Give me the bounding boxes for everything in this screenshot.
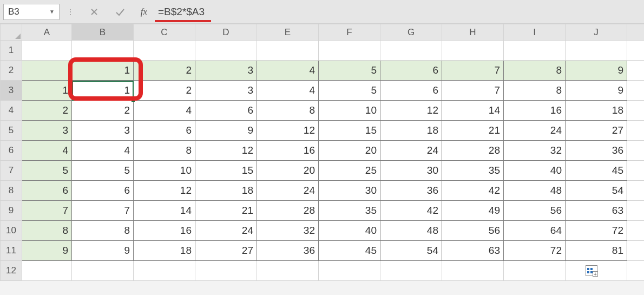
cell-D9[interactable]: 21 [195, 201, 257, 221]
cell-I7[interactable]: 40 [504, 161, 566, 181]
cell-D6[interactable]: 12 [195, 141, 257, 161]
cancel-button[interactable] [81, 4, 107, 20]
cell-J10[interactable]: 72 [566, 221, 627, 241]
cell-H12[interactable] [442, 261, 504, 281]
row-header-10[interactable]: 10 [1, 221, 22, 241]
cell-C2[interactable]: 2 [134, 61, 195, 81]
cell-B2[interactable]: 1 [72, 61, 134, 81]
cell-K1[interactable] [627, 41, 645, 61]
cell-C12[interactable] [134, 261, 195, 281]
cell-C9[interactable]: 14 [134, 201, 195, 221]
cell-J4[interactable]: 18 [566, 101, 627, 121]
cell-J8[interactable]: 54 [566, 181, 627, 201]
cell-K4[interactable] [627, 101, 645, 121]
cell-G9[interactable]: 42 [380, 201, 442, 221]
cell-A4[interactable]: 2 [22, 101, 72, 121]
cell-F10[interactable]: 40 [319, 221, 380, 241]
cell-B1[interactable] [72, 41, 134, 61]
cell-H8[interactable]: 42 [442, 181, 504, 201]
cell-J5[interactable]: 27 [566, 121, 627, 141]
cell-F7[interactable]: 25 [319, 161, 380, 181]
cell-D7[interactable]: 15 [195, 161, 257, 181]
cell-A9[interactable]: 7 [22, 201, 72, 221]
cell-I2[interactable]: 8 [504, 61, 566, 81]
cell-H11[interactable]: 63 [442, 241, 504, 261]
cell-H2[interactable]: 7 [442, 61, 504, 81]
cell-K9[interactable] [627, 201, 645, 221]
row-header-6[interactable]: 6 [1, 141, 22, 161]
col-header-A[interactable]: A [22, 24, 72, 41]
cell-K3[interactable] [627, 81, 645, 101]
cell-E8[interactable]: 24 [257, 181, 319, 201]
cell-B11[interactable]: 9 [72, 241, 134, 261]
cell-A3[interactable]: 1 [22, 81, 72, 101]
cell-E5[interactable]: 12 [257, 121, 319, 141]
cell-H7[interactable]: 35 [442, 161, 504, 181]
cell-B12[interactable] [72, 261, 134, 281]
row-header-4[interactable]: 4 [1, 101, 22, 121]
col-header-G[interactable]: G [380, 24, 442, 41]
row-header-3[interactable]: 3 [1, 81, 22, 101]
cell-J6[interactable]: 36 [566, 141, 627, 161]
cell-B10[interactable]: 8 [72, 221, 134, 241]
cell-C3[interactable]: 2 [134, 81, 195, 101]
cell-D1[interactable] [195, 41, 257, 61]
cell-I1[interactable] [504, 41, 566, 61]
cell-A12[interactable] [22, 261, 72, 281]
cell-F2[interactable]: 5 [319, 61, 380, 81]
cell-G6[interactable]: 24 [380, 141, 442, 161]
cell-E11[interactable]: 36 [257, 241, 319, 261]
row-header-2[interactable]: 2 [1, 61, 22, 81]
cell-K10[interactable] [627, 221, 645, 241]
cell-H4[interactable]: 14 [442, 101, 504, 121]
col-header-J[interactable]: J [566, 24, 627, 41]
cell-J3[interactable]: 9 [566, 81, 627, 101]
cell-B3[interactable]: 1 [72, 81, 134, 101]
cell-J11[interactable]: 81 [566, 241, 627, 261]
cell-D8[interactable]: 18 [195, 181, 257, 201]
cell-A5[interactable]: 3 [22, 121, 72, 141]
cell-A8[interactable]: 6 [22, 181, 72, 201]
cell-J7[interactable]: 45 [566, 161, 627, 181]
row-header-12[interactable]: 12 [1, 261, 22, 281]
formula-bar-handle[interactable]: ⋮ [60, 8, 81, 16]
cell-E12[interactable] [257, 261, 319, 281]
cell-I8[interactable]: 48 [504, 181, 566, 201]
cell-K5[interactable] [627, 121, 645, 141]
cell-F6[interactable]: 20 [319, 141, 380, 161]
select-all-corner[interactable] [1, 24, 22, 41]
cell-B9[interactable]: 7 [72, 201, 134, 221]
row-header-8[interactable]: 8 [1, 181, 22, 201]
cell-B5[interactable]: 3 [72, 121, 134, 141]
cell-G4[interactable]: 12 [380, 101, 442, 121]
cell-F12[interactable] [319, 261, 380, 281]
cell-D10[interactable]: 24 [195, 221, 257, 241]
cell-D3[interactable]: 3 [195, 81, 257, 101]
cell-F3[interactable]: 5 [319, 81, 380, 101]
cell-E4[interactable]: 8 [257, 101, 319, 121]
cell-F9[interactable]: 35 [319, 201, 380, 221]
cell-E1[interactable] [257, 41, 319, 61]
col-header-D[interactable]: D [195, 24, 257, 41]
cell-D2[interactable]: 3 [195, 61, 257, 81]
row-header-7[interactable]: 7 [1, 161, 22, 181]
cell-G5[interactable]: 18 [380, 121, 442, 141]
formula-input[interactable]: =B$2*$A3 [155, 4, 208, 20]
cell-K6[interactable] [627, 141, 645, 161]
row-header-1[interactable]: 1 [1, 41, 22, 61]
cell-D5[interactable]: 9 [195, 121, 257, 141]
cell-G2[interactable]: 6 [380, 61, 442, 81]
col-header-C[interactable]: C [134, 24, 195, 41]
col-header-E[interactable]: E [257, 24, 319, 41]
row-header-5[interactable]: 5 [1, 121, 22, 141]
cell-K12[interactable] [627, 261, 645, 281]
cell-E9[interactable]: 28 [257, 201, 319, 221]
cell-G11[interactable]: 54 [380, 241, 442, 261]
col-header-B[interactable]: B [72, 24, 134, 41]
cell-I11[interactable]: 72 [504, 241, 566, 261]
cell-B6[interactable]: 4 [72, 141, 134, 161]
cell-G10[interactable]: 48 [380, 221, 442, 241]
cell-D11[interactable]: 27 [195, 241, 257, 261]
cell-A6[interactable]: 4 [22, 141, 72, 161]
cell-B4[interactable]: 2 [72, 101, 134, 121]
